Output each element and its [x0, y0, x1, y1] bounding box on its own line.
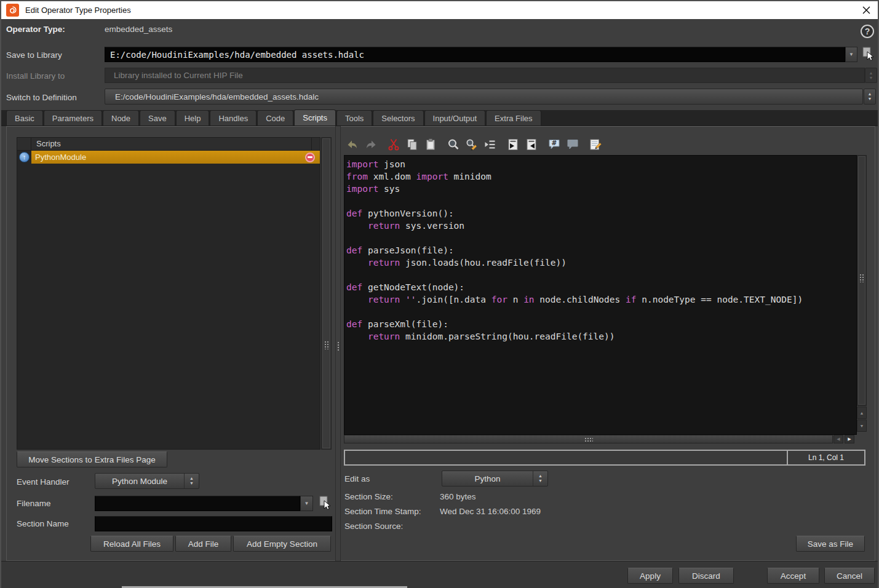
- move-sections-button[interactable]: Move Sections to Extra Files Page: [17, 451, 167, 467]
- code-horizontal-scrollbar[interactable]: [344, 435, 833, 443]
- redo-button[interactable]: [362, 137, 380, 154]
- switch-to-definition-spinner[interactable]: ▲▼: [864, 89, 876, 105]
- code-line: import sys: [346, 183, 854, 195]
- code-line: import json: [346, 158, 854, 170]
- cancel-button[interactable]: Cancel: [824, 568, 875, 584]
- install-library-spinner: ▲▼: [865, 68, 877, 83]
- tab-basic[interactable]: Basic: [6, 110, 43, 125]
- code-line: return ''.join([n.data for n in node.chi…: [346, 293, 854, 306]
- edit-as-spinner[interactable]: ▲▼: [533, 471, 547, 486]
- edit-as-combo[interactable]: Python ▲▼: [442, 471, 548, 487]
- code-editor[interactable]: import jsonfrom xml.dom import minidomim…: [344, 155, 857, 435]
- switch-to-definition-combo[interactable]: E:/code/HoudiniExamples/hda/embedded_ass…: [105, 89, 863, 105]
- reload-all-files-button[interactable]: Reload All Files: [90, 536, 173, 552]
- shift-right-button[interactable]: [504, 137, 522, 154]
- tab-tools[interactable]: Tools: [336, 110, 372, 125]
- spinner-down-icon: ▼: [868, 97, 872, 101]
- title-bar[interactable]: Edit Operator Type Properties: [1, 1, 878, 19]
- edit-operator-type-properties-dialog: Edit Operator Type Properties Operator T…: [0, 0, 879, 588]
- tab-selectors[interactable]: Selectors: [373, 110, 423, 125]
- chevron-down-icon: ▼: [849, 52, 854, 57]
- code-line: def pythonVersion():: [346, 207, 854, 220]
- tab-input-output[interactable]: Input/Output: [424, 110, 486, 125]
- dialog-footer: [1, 561, 878, 588]
- svg-text:#: #: [552, 139, 557, 146]
- pane-splitter[interactable]: [335, 126, 341, 561]
- tab-scripts[interactable]: Scripts: [294, 109, 336, 125]
- tab-handles[interactable]: Handles: [210, 110, 257, 125]
- splitter-grip-icon: [337, 341, 340, 351]
- help-icon[interactable]: ?: [861, 25, 874, 38]
- find-button[interactable]: [444, 137, 463, 154]
- tab-code[interactable]: Code: [257, 110, 293, 125]
- scroll-left-icon[interactable]: ◀: [833, 435, 843, 443]
- event-handler-combo[interactable]: Python Module ▲▼: [95, 473, 199, 489]
- section-source-label: Section Source:: [344, 522, 403, 531]
- scrollbar-grip: [324, 341, 329, 349]
- script-section-name: PythonModule: [35, 153, 86, 162]
- scripts-list-scrollbar[interactable]: [321, 137, 332, 450]
- section-size-label: Section Size:: [344, 492, 393, 501]
- operator-type-value: embedded_assets: [105, 25, 172, 34]
- find-replace-button[interactable]: [463, 137, 481, 154]
- section-time-stamp-label: Section Time Stamp:: [344, 507, 421, 516]
- code-line: def parseJson(file):: [346, 244, 854, 256]
- undo-button[interactable]: [343, 137, 362, 154]
- shift-left-button[interactable]: [522, 137, 541, 154]
- comment-button[interactable]: #: [545, 137, 563, 154]
- window-title: Edit Operator Type Properties: [25, 6, 131, 15]
- tab-help[interactable]: Help: [176, 110, 210, 125]
- accept-button[interactable]: Accept: [767, 568, 819, 584]
- filename-label: Filename: [17, 499, 51, 508]
- code-line: from xml.dom import minidom: [346, 170, 854, 183]
- editor-status-bar: Ln 1, Col 1: [344, 450, 865, 466]
- code-vertical-scrollbar[interactable]: [857, 155, 867, 406]
- apply-button[interactable]: Apply: [627, 568, 673, 584]
- auto-indent-icon: [483, 138, 497, 154]
- tab-node[interactable]: Node: [103, 110, 139, 125]
- external-edit-button[interactable]: [586, 137, 605, 154]
- save-as-file-button[interactable]: Save as File: [796, 536, 865, 552]
- code-line: [346, 306, 854, 318]
- switch-to-definition-label: Switch to Definition: [6, 93, 77, 102]
- section-time-stamp-value: Wed Dec 31 16:06:00 1969: [440, 507, 541, 516]
- add-file-button[interactable]: Add File: [175, 536, 231, 552]
- filename-file-chooser-icon[interactable]: [318, 496, 332, 511]
- list-item-pythonmodule[interactable]: ↑ PythonModule: [17, 151, 320, 164]
- scrollbar-grip: [584, 437, 593, 442]
- cut-button[interactable]: [384, 137, 403, 154]
- shift-left-icon: [525, 138, 538, 154]
- save-to-library-input[interactable]: [105, 47, 845, 62]
- spinner-up-icon: ▲: [868, 92, 872, 96]
- section-name-input[interactable]: [95, 516, 332, 531]
- promote-up-icon[interactable]: ↑: [19, 152, 30, 162]
- code-line: return minidom.parseString(hou.readFile(…: [346, 330, 854, 343]
- tab-save[interactable]: Save: [140, 110, 175, 125]
- close-icon[interactable]: [858, 2, 874, 18]
- discard-button[interactable]: Discard: [678, 568, 734, 584]
- scroll-up-icon[interactable]: ▲: [857, 407, 867, 419]
- remove-section-icon[interactable]: [305, 153, 315, 162]
- filename-dropdown-button[interactable]: ▼: [300, 496, 313, 511]
- tab-extra-files[interactable]: Extra Files: [486, 110, 541, 125]
- scroll-right-icon[interactable]: ▶: [845, 435, 854, 443]
- scroll-down-icon[interactable]: ▼: [857, 419, 867, 432]
- cut-icon: [387, 138, 400, 154]
- tab-parameters[interactable]: Parameters: [44, 110, 102, 125]
- comment-icon: #: [547, 138, 561, 154]
- save-to-library-dropdown-button[interactable]: ▼: [845, 47, 857, 62]
- uncomment-button[interactable]: #: [563, 137, 582, 154]
- external-edit-icon: [589, 138, 602, 154]
- code-line: [346, 269, 854, 281]
- spinner-up-icon: ▲: [538, 474, 543, 478]
- event-handler-spinner[interactable]: ▲▼: [184, 474, 199, 488]
- houdini-logo-icon: [6, 4, 19, 17]
- paste-button[interactable]: [421, 137, 440, 154]
- save-to-library-file-chooser-icon[interactable]: [861, 47, 875, 62]
- add-empty-section-button[interactable]: Add Empty Section: [233, 536, 331, 552]
- filename-input[interactable]: [95, 496, 300, 511]
- copy-button[interactable]: [403, 137, 421, 154]
- auto-indent-button[interactable]: [481, 137, 499, 154]
- paste-icon: [424, 138, 437, 154]
- save-to-library-label: Save to Library: [6, 50, 62, 60]
